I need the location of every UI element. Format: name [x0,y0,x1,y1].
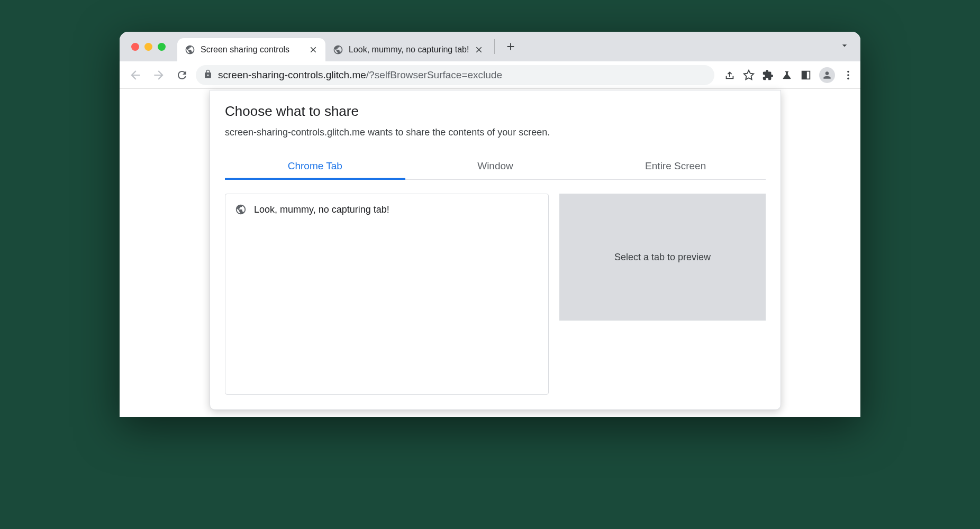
labs-flask-icon[interactable] [781,69,793,81]
address-bar[interactable]: screen-sharing-controls.glitch.me/?selfB… [196,65,714,85]
maximize-window-button[interactable] [158,43,166,51]
browser-tab-active[interactable]: Screen sharing controls [177,38,325,61]
browser-tabs: Screen sharing controls Look, mummy, no … [177,32,519,61]
share-preview-pane: Select a tab to preview [559,194,766,321]
share-tab-entire-screen[interactable]: Entire Screen [585,153,766,179]
svg-point-2 [847,77,849,79]
url-text: screen-sharing-controls.glitch.me/?selfB… [218,69,502,81]
reload-button[interactable] [173,66,192,85]
svg-point-0 [847,70,849,72]
svg-point-1 [847,74,849,76]
tab-title: Screen sharing controls [201,45,303,54]
tab-divider [494,39,495,54]
globe-icon [235,204,247,215]
title-bar: Screen sharing controls Look, mummy, no … [120,32,860,61]
browser-tab[interactable]: Look, mummy, no capturing tab! [325,38,491,61]
share-tab-chrome-tab[interactable]: Chrome Tab [225,153,405,179]
title-bar-actions [835,36,854,57]
share-source-tabs: Chrome Tab Window Entire Screen [225,153,766,180]
close-tab-icon[interactable] [474,45,484,54]
browser-window: Screen sharing controls Look, mummy, no … [120,32,860,417]
share-tab-window[interactable]: Window [405,153,586,179]
minimize-window-button[interactable] [144,43,152,51]
back-button[interactable] [126,66,145,85]
bookmark-star-icon[interactable] [743,69,755,81]
tab-title: Look, mummy, no capturing tab! [349,45,469,54]
dialog-title: Choose what to share [225,103,766,120]
globe-icon [333,44,343,55]
extensions-puzzle-icon[interactable] [762,69,774,81]
preview-placeholder-text: Select a tab to preview [614,252,711,263]
share-tab-list: Look, mummy, no capturing tab! [225,194,549,395]
content-area: Choose what to share screen-sharing-cont… [120,89,860,417]
tab-search-button[interactable] [835,36,854,57]
forward-button[interactable] [149,66,168,85]
dialog-subtitle: screen-sharing-controls.glitch.me wants … [225,127,766,138]
close-window-button[interactable] [131,43,139,51]
profile-avatar[interactable] [819,67,835,83]
share-tab-list-item-title: Look, mummy, no capturing tab! [254,204,389,215]
screen-share-dialog: Choose what to share screen-sharing-cont… [210,90,781,410]
toolbar-actions [724,67,854,83]
close-tab-icon[interactable] [308,45,318,54]
share-icon[interactable] [724,69,736,81]
share-content: Look, mummy, no capturing tab! Select a … [225,194,766,395]
lock-icon [203,69,213,81]
url-path: /?selfBrowserSurface=exclude [366,69,502,80]
side-panel-icon[interactable] [800,69,812,81]
share-tab-list-item[interactable]: Look, mummy, no capturing tab! [225,198,548,221]
new-tab-button[interactable] [502,38,519,55]
url-host: screen-sharing-controls.glitch.me [218,69,366,80]
globe-icon [185,44,195,55]
toolbar: screen-sharing-controls.glitch.me/?selfB… [120,61,860,89]
menu-dots-icon[interactable] [842,69,854,81]
traffic-lights [131,43,166,51]
